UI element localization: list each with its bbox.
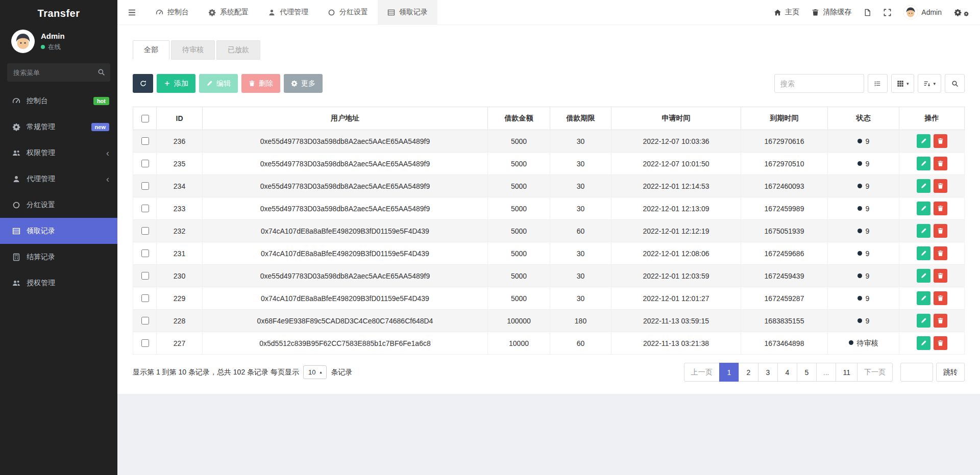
page-button[interactable]: 1	[719, 363, 739, 382]
select-all-checkbox[interactable]	[141, 115, 149, 122]
row-checkbox[interactable]	[141, 339, 149, 347]
sidebar-item[interactable]: 结算记录	[0, 244, 117, 270]
cell-status: 9	[828, 153, 899, 175]
edit-row-button[interactable]	[917, 157, 930, 170]
row-checkbox[interactable]	[141, 137, 149, 145]
column-header[interactable]: 状态	[828, 107, 899, 130]
top-tab[interactable]: 控制台	[146, 0, 199, 25]
row-checkbox[interactable]	[141, 182, 149, 190]
search-toggle-button[interactable]	[945, 74, 965, 93]
plus-icon	[164, 80, 170, 87]
column-header[interactable]: 借款金额	[488, 107, 550, 130]
edit-row-button[interactable]	[917, 224, 930, 238]
top-tab[interactable]: 系统配置	[199, 0, 258, 25]
delete-row-button[interactable]	[934, 202, 947, 215]
columns-button[interactable]: ▾	[891, 74, 915, 93]
top-tab[interactable]: 领取记录	[378, 0, 437, 25]
menu-search-input[interactable]	[7, 63, 110, 82]
sidebar-item[interactable]: 权限管理‹	[0, 140, 117, 166]
delete-button[interactable]: 删除	[241, 74, 280, 93]
page-button[interactable]: 4	[777, 363, 797, 382]
edit-row-button[interactable]	[917, 269, 930, 283]
delete-row-button[interactable]	[934, 179, 947, 193]
delete-row-button[interactable]	[934, 336, 947, 350]
sidebar-item[interactable]: 领取记录	[0, 218, 117, 244]
row-checkbox[interactable]	[141, 205, 149, 212]
next-page-button[interactable]: 下一页	[857, 363, 893, 382]
top-tab[interactable]: 代理管理	[258, 0, 318, 25]
filter-tab[interactable]: 待审核	[171, 40, 215, 60]
column-header[interactable]: 到期时间	[741, 107, 828, 130]
user-avatar[interactable]	[11, 30, 35, 53]
edit-row-button[interactable]	[917, 134, 930, 148]
jump-page-input[interactable]	[900, 363, 933, 382]
row-checkbox[interactable]	[141, 227, 149, 235]
column-header[interactable]: ID	[157, 107, 203, 130]
edit-row-button[interactable]	[917, 291, 930, 305]
filter-tab[interactable]: 已放款	[216, 40, 260, 60]
sidebar-item-label: 代理管理	[27, 174, 55, 184]
grid-icon	[897, 80, 904, 87]
prev-page-button[interactable]: 上一页	[684, 363, 720, 382]
jump-button[interactable]: 跳转	[936, 363, 965, 382]
delete-row-button[interactable]	[934, 157, 947, 170]
column-header[interactable]: 申请时间	[611, 107, 741, 130]
column-header[interactable]: 用户地址	[203, 107, 488, 130]
user-menu[interactable]: Admin	[903, 5, 942, 19]
edit-button[interactable]: 编辑	[199, 74, 238, 93]
more-button[interactable]: 更多	[284, 74, 323, 93]
edit-row-button[interactable]	[917, 202, 930, 215]
cell-id: 236	[157, 130, 203, 153]
cell-id: 235	[157, 153, 203, 175]
top-tab[interactable]: 分红设置	[318, 0, 378, 25]
edit-row-button[interactable]	[917, 246, 930, 260]
page-size-select[interactable]: 10▴	[303, 365, 327, 379]
records-summary-suffix: 条记录	[331, 368, 352, 377]
page-ellipsis[interactable]: ...	[816, 363, 837, 382]
column-header[interactable]: 借款期限	[550, 107, 611, 130]
sidebar-item[interactable]: 分红设置	[0, 192, 117, 218]
sidebar-item[interactable]: 授权管理	[0, 270, 117, 296]
edit-row-button[interactable]	[917, 314, 930, 328]
delete-row-button[interactable]	[934, 246, 947, 260]
edit-row-button[interactable]	[917, 179, 930, 193]
topbar: 控制台系统配置代理管理分红设置领取记录 主页 清除缓存 Admin	[117, 0, 980, 25]
sidebar-item[interactable]: 控制台hot	[0, 88, 117, 114]
export-button[interactable]: ▾	[918, 74, 941, 93]
delete-row-button[interactable]	[934, 314, 947, 328]
table-row: 2270x5d5512c839B95F62CC7583E885b1c7BF6Fe…	[133, 332, 965, 355]
sidebar-toggle-button[interactable]	[117, 0, 146, 25]
sidebar-item-label: 权限管理	[27, 148, 55, 158]
filter-tab[interactable]: 全部	[133, 40, 169, 60]
page-button[interactable]: 2	[739, 363, 758, 382]
delete-row-button[interactable]	[934, 291, 947, 305]
sidebar-item[interactable]: 代理管理‹	[0, 166, 117, 192]
page-button[interactable]: 3	[758, 363, 778, 382]
row-checkbox[interactable]	[141, 294, 149, 302]
cell-amount: 100000	[488, 310, 550, 332]
settings-button[interactable]	[954, 9, 969, 16]
sidebar-item[interactable]: 常规管理new	[0, 114, 117, 140]
refresh-button[interactable]	[133, 74, 153, 93]
delete-row-button[interactable]	[934, 269, 947, 283]
row-checkbox[interactable]	[141, 160, 149, 167]
edit-row-button[interactable]	[917, 336, 930, 350]
column-header[interactable]: 操作	[899, 107, 965, 130]
add-button[interactable]: 添加	[157, 74, 195, 93]
sidebar-item-label: 授权管理	[27, 279, 55, 288]
toggle-view-button[interactable]	[868, 74, 888, 93]
clear-cache-link[interactable]: 清除缓存	[812, 8, 851, 17]
table-search-input[interactable]	[774, 74, 864, 93]
row-checkbox[interactable]	[141, 249, 149, 257]
page-button[interactable]: 5	[797, 363, 817, 382]
top-tab-label: 分红设置	[339, 8, 368, 17]
delete-row-button[interactable]	[934, 134, 947, 148]
page-refresh-button[interactable]	[864, 9, 871, 16]
cell-status: 9	[828, 220, 899, 242]
page-button[interactable]: 11	[836, 363, 857, 382]
row-checkbox[interactable]	[141, 272, 149, 280]
delete-row-button[interactable]	[934, 224, 947, 238]
row-checkbox[interactable]	[141, 317, 149, 324]
home-link[interactable]: 主页	[774, 8, 799, 17]
fullscreen-button[interactable]	[884, 9, 891, 16]
